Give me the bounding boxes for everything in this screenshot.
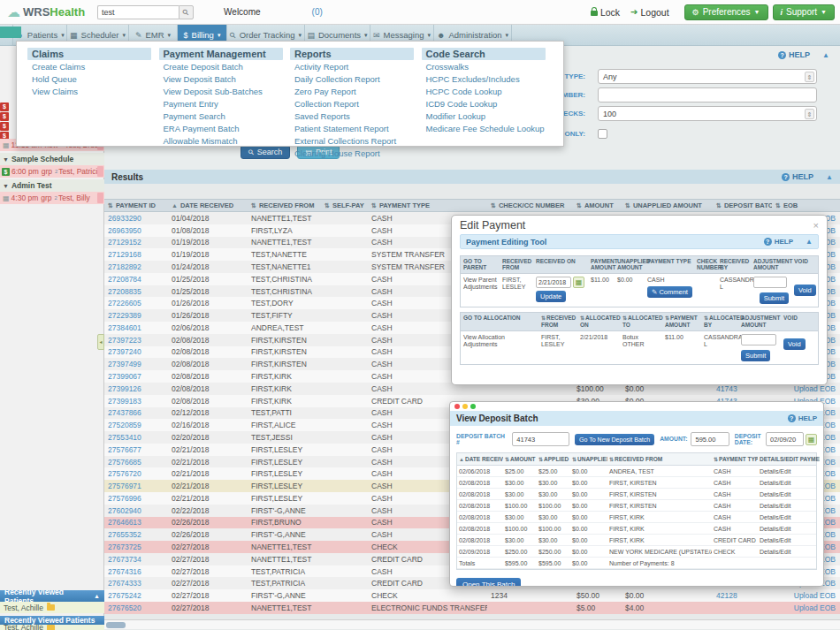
menu-item-create-deposit-batch[interactable]: Create Deposit Batch <box>159 60 289 72</box>
open-this-batch-button[interactable]: Open This Batch <box>456 578 521 587</box>
table-row[interactable]: 2767524202/27/2018FIRST'-G,ANNECHECK1234… <box>104 589 840 602</box>
deposit-batch-link[interactable]: 42128 <box>713 591 772 600</box>
void-button[interactable]: Void <box>783 338 806 350</box>
menu-item-activity-report[interactable]: Activity Report <box>290 60 420 72</box>
void-button[interactable]: Void <box>794 285 816 296</box>
menu-item-clearing-house-report[interactable]: Clearing House Report <box>290 147 420 159</box>
column-header-amount[interactable]: ⇅AMOUNT <box>573 200 622 211</box>
deposit-column-details-edit-payment[interactable]: DETAILS/EDIT PAYMENT <box>758 453 820 465</box>
table-row[interactable]: 2767652002/27/2018NANETTE1,TESTELECTRONI… <box>104 602 840 614</box>
amount-input[interactable]: 595.00 <box>691 432 729 446</box>
deposit-batch-number-input[interactable]: 41743 <box>512 432 569 446</box>
menu-item-create-claims[interactable]: Create Claims <box>27 60 157 72</box>
schedule-group-header[interactable]: ▼Sample Schedule <box>0 153 104 165</box>
deposit-column-date-received[interactable]: ▲DATE RECEIVED <box>457 453 503 465</box>
adjustment-amount-input[interactable] <box>753 277 787 288</box>
section-help[interactable]: HELP▲ <box>764 238 813 246</box>
menu-item-hcpc-excludes-includes[interactable]: HCPC Excludes/Includes <box>422 72 552 85</box>
deposit-column-applied[interactable]: ⇅APPLIED <box>537 453 570 465</box>
lock-button[interactable]: Lock <box>591 7 620 18</box>
payment-id-link[interactable]: 27675242 <box>104 591 168 600</box>
column-header-payment-type[interactable]: ⇅PAYMENT TYPE <box>368 200 487 211</box>
menu-item-view-claims[interactable]: View Claims <box>27 85 157 97</box>
menu-item-payment-entry[interactable]: Payment Entry <box>159 97 289 110</box>
schedule-group-header[interactable]: ▼Admin Test <box>0 179 104 192</box>
deposit-column-amount[interactable]: ⇅AMOUNT <box>503 453 537 465</box>
payment-id-link[interactable]: 27208835 <box>104 287 168 296</box>
menu-item-icd9-code-lookup[interactable]: ICD9 Code Lookup <box>422 97 552 110</box>
menu-item-payment-search[interactable]: Payment Search <box>159 110 289 122</box>
payment-id-link[interactable]: 27182892 <box>104 262 168 271</box>
payment-id-link[interactable]: 27676520 <box>104 603 168 612</box>
minimize-window-icon[interactable] <box>462 404 468 409</box>
column-header-check-cc-number[interactable]: ⇅CHECK/CC NUMBER <box>487 200 573 211</box>
submit-button[interactable]: Submit <box>741 350 770 361</box>
payment-id-link[interactable]: 27384601 <box>104 323 168 332</box>
payment-id-link[interactable]: 27129168 <box>104 250 168 259</box>
global-search-input[interactable] <box>97 5 179 19</box>
deposit-date-input[interactable]: 02/09/20 <box>766 432 804 446</box>
update-button[interactable]: Update <box>536 291 566 302</box>
view-allocation-adjustments-link[interactable]: View Allocation Adjustments <box>461 331 538 364</box>
payment-id-link[interactable]: 27576677 <box>104 445 168 454</box>
payment-id-link[interactable]: 27674333 <box>104 579 168 588</box>
details-edit-link[interactable]: Details/Edit <box>758 500 820 511</box>
schedule-appointment[interactable]: ▦4:30 pmgrp2Test, Billy <box>0 192 104 204</box>
payment-id-link[interactable]: 27673725 <box>104 543 168 551</box>
panel-help[interactable]: HELP▲ <box>778 50 829 59</box>
details-edit-link[interactable]: Details/Edit <box>758 535 820 545</box>
recently-viewed-header-duplicate[interactable]: Recently Viewed Patients <box>0 616 104 625</box>
column-header-deposit-batch[interactable]: ⇅DEPOSIT BATCH <box>713 200 772 211</box>
search-field-select[interactable]: Any⇕ <box>598 69 817 84</box>
menu-item-collection-report[interactable]: Collection Report <box>290 97 420 110</box>
deposit-column-received-from[interactable]: ⇅RECEIVED FROM <box>607 453 712 465</box>
menu-item-era-payment-batch[interactable]: ERA Payment Batch <box>159 122 289 134</box>
deposit-column-unapplied[interactable]: ⇅UNAPPLIED <box>570 453 607 465</box>
payment-id-link[interactable]: 27576971 <box>104 482 168 490</box>
deposit-column-payment-type[interactable]: ⇅PAYMENT TYPE <box>712 453 758 465</box>
upload-eob-link[interactable]: Upload EOB <box>772 591 840 600</box>
column-header-received-from[interactable]: ⇅RECEIVED FROM <box>248 200 321 211</box>
menu-item-hold-queue[interactable]: Hold Queue <box>27 72 157 85</box>
preferences-button[interactable]: ⚙Preferences▼ <box>684 4 768 20</box>
logout-button[interactable]: ➔Logout <box>630 7 669 18</box>
search-submit-button[interactable]: ⚲Search <box>241 145 290 159</box>
menu-item-hcpc-code-lookup[interactable]: HCPC Code Lookup <box>422 85 552 97</box>
recent-patient-item-duplicate[interactable]: Test, Achille <box>0 625 104 630</box>
results-help[interactable]: HELP▲ <box>782 172 833 181</box>
menu-item-zero-pay-report[interactable]: Zero Pay Report <box>290 85 420 97</box>
menu-item-patient-statement-report[interactable]: Patient Statement Report <box>290 122 420 134</box>
upload-eob-link[interactable]: Upload EOB <box>772 603 840 612</box>
menu-item-view-deposit-batch[interactable]: View Deposit Batch <box>159 72 289 85</box>
payment-id-link[interactable]: 27397240 <box>104 347 168 356</box>
deposit-help[interactable]: HELP <box>788 414 817 422</box>
sidebar-collapse-handle[interactable]: ◂ <box>97 334 104 350</box>
deposit-batch-link[interactable]: 41743 <box>713 384 772 393</box>
payment-id-link[interactable]: 26933290 <box>104 214 168 223</box>
payment-id-link[interactable]: 27602940 <box>104 506 168 515</box>
column-header-date-received[interactable]: ▲DATE RECEIVED <box>168 200 248 211</box>
payment-id-link[interactable]: 27674316 <box>104 567 168 576</box>
zoom-window-icon[interactable] <box>470 404 476 409</box>
menu-item-medicare-fee-schedule-lookup[interactable]: Medicare Fee Schedule Lookup <box>422 122 552 134</box>
horizontal-scrollbar[interactable] <box>104 619 840 629</box>
close-icon[interactable]: × <box>813 220 819 231</box>
payment-id-link[interactable]: 27576685 <box>104 458 168 467</box>
goto-new-deposit-batch-button[interactable]: Go To New Deposit Batch <box>575 434 654 445</box>
menu-item-external-collections-report[interactable]: External Collections Report <box>290 134 420 147</box>
details-edit-link[interactable]: Details/Edit <box>758 523 820 534</box>
menu-item-daily-collection-report[interactable]: Daily Collection Report <box>290 72 420 85</box>
payment-id-link[interactable]: 27399126 <box>104 384 168 393</box>
search-field-select[interactable]: 100⇕ <box>598 106 817 121</box>
column-header-self-pay[interactable]: ⇅SELF-PAY <box>321 200 368 211</box>
menu-item-allowable-mismatch[interactable]: Allowable Mismatch <box>159 134 289 147</box>
view-parent-adjustments-link[interactable]: View Parent Adjustments <box>461 274 500 307</box>
adjustment-amount-input[interactable] <box>741 334 776 345</box>
close-window-icon[interactable] <box>454 404 460 409</box>
calendar-icon[interactable]: ▦ <box>806 434 817 445</box>
recent-patient-item[interactable]: Test, Achille <box>0 602 104 613</box>
details-edit-link[interactable]: Details/Edit <box>758 546 820 557</box>
details-edit-link[interactable]: Details/Edit <box>758 512 820 522</box>
payment-id-link[interactable]: 27520859 <box>104 421 168 429</box>
submit-button[interactable]: Submit <box>760 292 789 304</box>
